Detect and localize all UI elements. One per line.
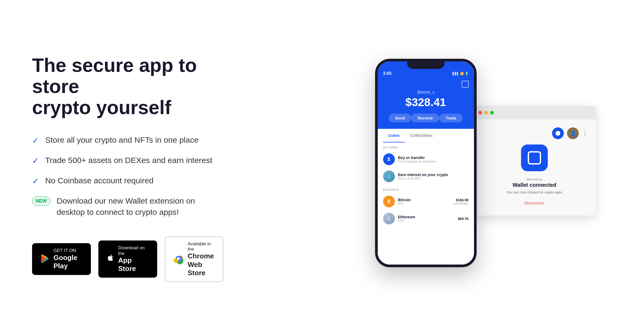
phone-actions: Send Receive Trade	[383, 114, 469, 122]
app-store-large-text: App Store	[118, 256, 149, 273]
check-icon-1: ✓	[32, 135, 39, 146]
extension-panel: 👤 ⋮ @kevinshay Wallet connected You can …	[473, 106, 596, 216]
bitcoin-value: $166.90 0.00329487	[453, 198, 468, 205]
feature-text-1: Store all your crypto and NFTs in one pl…	[45, 134, 199, 146]
ext-username: @kevinshay	[526, 178, 542, 181]
actions-label: ACTIONS	[378, 143, 474, 151]
phone-mockup: 3:05 ▌▌▌ 📶 🔋 @kevin_s $328.41	[375, 59, 477, 267]
receive-button[interactable]: Receive	[411, 114, 439, 122]
phone-frame: 3:05 ▌▌▌ 📶 🔋 @kevin_s $328.41	[375, 59, 477, 267]
qr-icon[interactable]	[462, 81, 469, 88]
ext-disconnect-button[interactable]: Disconnect	[525, 201, 544, 205]
feature-text-2: Trade 500+ assets on DEXes and earn inte…	[45, 155, 212, 166]
check-icon-2: ✓	[32, 155, 39, 166]
balance-label: BALANCE	[378, 185, 474, 193]
browser-body: 👤 ⋮ @kevinshay Wallet connected You can …	[473, 119, 596, 216]
browser-top-bar	[473, 106, 596, 119]
app-store-text: Download on the App Store	[118, 245, 149, 273]
ext-menu-dots[interactable]: ⋮	[582, 130, 588, 137]
earn-icon: 💧	[383, 170, 395, 182]
chrome-icon	[173, 253, 184, 265]
headline-line2: crypto yourself	[32, 97, 171, 118]
google-play-large-text: Google Play	[53, 254, 83, 270]
feature-item-2: ✓ Trade 500+ assets on DEXes and earn in…	[32, 155, 223, 166]
earn-text: Earn interest on your crypto Up to 14.2%…	[398, 173, 448, 180]
google-play-text: GET IT ON Google Play	[53, 248, 83, 270]
eth-icon: Ξ	[383, 213, 395, 224]
google-play-small-text: GET IT ON	[53, 248, 83, 253]
page-container: The secure app to store crypto yourself …	[0, 0, 644, 326]
feature-text-3: No Coinbase account required	[45, 175, 153, 186]
tab-coins[interactable]: Coins	[383, 129, 405, 142]
eth-title: Ethereum	[398, 215, 415, 219]
buy-icon: $	[383, 153, 395, 165]
feature-item-1: ✓ Store all your crypto and NFTs in one …	[32, 134, 223, 146]
ext-user-avatar: 👤	[567, 127, 579, 139]
app-store-button[interactable]: Download on the App Store	[98, 240, 157, 278]
buy-transfer-item[interactable]: $ Buy or transfer From Coinbase or elsew…	[378, 151, 474, 168]
feature-item-4: NEW Download our new Wallet extension on…	[32, 195, 223, 218]
bitcoin-title: Bitcoin	[398, 198, 411, 202]
right-content: 3:05 ▌▌▌ 📶 🔋 @kevin_s $328.41	[240, 0, 612, 326]
left-content: The secure app to store crypto yourself …	[32, 44, 240, 282]
earn-interest-item[interactable]: 💧 Earn interest on your crypto Up to 14.…	[378, 168, 474, 185]
phone-header: 3:05 ▌▌▌ 📶 🔋 @kevin_s $328.41	[378, 61, 474, 129]
phone-screen: 3:05 ▌▌▌ 📶 🔋 @kevin_s $328.41	[378, 61, 474, 265]
ext-title: Wallet connected	[512, 182, 556, 188]
chrome-small-text: Available in the	[188, 241, 215, 252]
eth-sub: ETH	[398, 219, 415, 222]
bitcoin-item[interactable]: ₿ Bitcoin BTC $166.90 0.00329487	[378, 193, 474, 210]
headline: The secure app to store crypto yourself	[32, 55, 223, 118]
phone-notch	[407, 61, 445, 69]
phone-balance: $328.41	[383, 96, 469, 109]
phone-body: Coins Collectibles ACTIONS $ Buy or tran…	[378, 129, 474, 265]
tab-collectibles[interactable]: Collectibles	[405, 129, 438, 142]
phone-tabs: Coins Collectibles	[378, 129, 474, 143]
bitcoin-amount: 0.00329487	[453, 202, 468, 205]
browser-close-dot	[478, 111, 482, 115]
phone-status-icons: ▌▌▌ 📶 🔋	[453, 72, 468, 75]
chrome-large-text: Chrome Web Store	[188, 252, 215, 277]
phone-time: 3:05	[383, 71, 392, 76]
ext-avatar-selected	[552, 127, 564, 139]
ethereum-item[interactable]: Ξ Ethereum ETH $69.76	[378, 210, 474, 227]
buy-transfer-sub: From Coinbase or elsewhere	[398, 160, 436, 163]
buy-transfer-text: Buy or transfer From Coinbase or elsewhe…	[398, 156, 436, 163]
bitcoin-price: $166.90	[453, 198, 468, 202]
headline-line1: The secure app to store	[32, 55, 197, 97]
new-badge: NEW	[32, 196, 50, 206]
apple-icon	[106, 254, 114, 265]
ext-logo	[521, 145, 548, 171]
chrome-store-button[interactable]: Available in the Chrome Web Store	[165, 236, 223, 282]
features-list: ✓ Store all your crypto and NFTs in one …	[32, 134, 223, 218]
send-button[interactable]: Send	[389, 114, 411, 122]
phone-username: @kevin_s	[383, 90, 469, 94]
check-icon-3: ✓	[32, 176, 39, 187]
download-buttons: GET IT ON Google Play Download on the Ap…	[32, 236, 223, 282]
buy-transfer-title: Buy or transfer	[398, 156, 436, 160]
trade-button[interactable]: Trade	[439, 114, 463, 122]
bitcoin-icon: ₿	[383, 196, 395, 207]
bitcoin-text: Bitcoin BTC	[398, 198, 411, 205]
feature-item-3: ✓ No Coinbase account required	[32, 175, 223, 187]
ext-subtitle: You can now connect to crypto apps	[507, 190, 562, 194]
ext-avatar-row: 👤 ⋮	[478, 127, 591, 139]
feature-text-4: Download our new Wallet extension on des…	[57, 195, 223, 218]
ext-logo-icon	[528, 151, 541, 165]
eth-price: $69.76	[458, 217, 469, 221]
google-play-button[interactable]: GET IT ON Google Play	[32, 243, 91, 275]
eth-text: Ethereum ETH	[398, 215, 415, 222]
earn-sub: Up to 14.2% APR	[398, 177, 448, 180]
chrome-store-text: Available in the Chrome Web Store	[188, 241, 215, 277]
google-play-icon	[40, 254, 50, 265]
eth-value: $69.76	[458, 217, 469, 221]
bitcoin-sub: BTC	[398, 202, 411, 205]
browser-minimize-dot	[484, 111, 488, 115]
browser-maximize-dot	[490, 111, 494, 115]
svg-point-1	[177, 257, 180, 260]
phone-status-bar: 3:05 ▌▌▌ 📶 🔋	[383, 71, 469, 76]
browser-window: 👤 ⋮ @kevinshay Wallet connected You can …	[473, 106, 596, 216]
earn-title: Earn interest on your crypto	[398, 173, 448, 177]
app-store-small-text: Download on the	[118, 245, 149, 256]
